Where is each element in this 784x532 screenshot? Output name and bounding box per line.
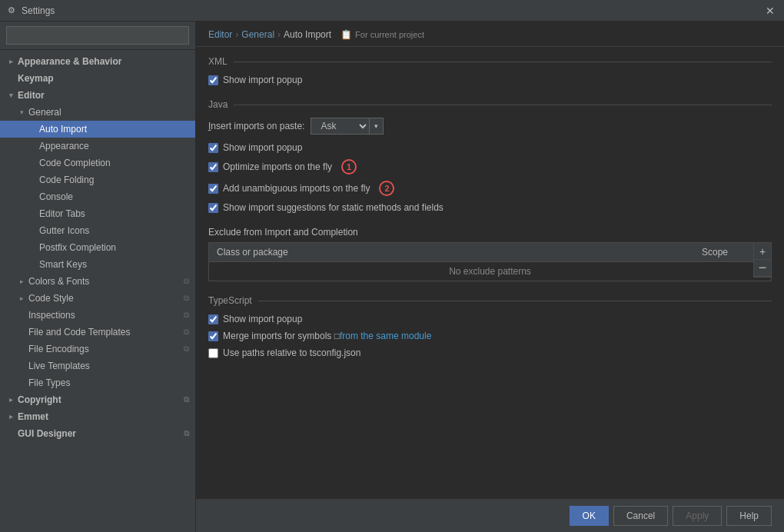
no-patterns-label: No exclude patterns [209,262,771,281]
sidebar-item-code-style[interactable]: Code Style⧉ [0,290,195,307]
arrow-icon-emmet [6,412,15,421]
apply-button[interactable]: Apply [673,506,722,526]
ts-show-import-popup-row: Show import popup [208,314,772,324]
title-bar: ⚙ Settings ✕ [0,0,784,22]
java-optimize-imports-checkbox[interactable] [208,162,218,172]
sidebar-item-copyright[interactable]: Copyright⧉ [0,391,195,408]
breadcrumb-sep-1: › [235,29,238,40]
no-patterns-row: No exclude patterns [209,262,771,281]
sidebar-label-console: Console [39,191,73,202]
arrow-icon-code-style [17,294,26,303]
sidebar-label-smart-keys: Smart Keys [39,259,87,270]
java-section-header: Java [208,99,772,110]
sidebar-label-auto-import: Auto Import [39,124,87,135]
window-title: Settings [22,5,762,16]
remove-pattern-button[interactable]: − [754,260,771,277]
sidebar-label-code-style: Code Style [28,293,74,304]
help-button[interactable]: Help [726,506,772,526]
copy-icon-file-encodings: ⧉ [184,344,189,354]
copy-icon-file-code-templates: ⧉ [184,328,189,337]
ts-show-import-popup-label: Show import popup [223,314,302,324]
exclude-table-wrapper: Class or package Scope No exclude patter… [208,242,772,281]
sidebar-label-live-templates: Live Templates [28,361,90,371]
ts-merge-imports-checkbox[interactable] [208,331,218,341]
close-button[interactable]: ✕ [762,3,778,18]
ts-merge-imports-row: Merge imports for symbols □from the same… [208,331,772,341]
sidebar-item-smart-keys[interactable]: Smart Keys [0,256,195,273]
sidebar-item-code-folding[interactable]: Code Folding [0,171,195,188]
arrow-icon-editor [6,91,15,100]
java-show-import-popup-row: Show import popup [208,142,772,153]
sidebar-item-live-templates[interactable]: Live Templates [0,357,195,374]
sidebar-item-general[interactable]: General [0,104,195,121]
sidebar-label-file-encodings: File Encodings [28,344,89,354]
sidebar-item-file-encodings[interactable]: File Encodings⧉ [0,341,195,357]
sidebar-label-keymap: Keymap [18,73,54,84]
insert-imports-dropdown: Ask Always Never ▾ [311,118,384,135]
ts-show-import-popup-checkbox[interactable] [208,314,218,324]
copy-icon-code-style: ⧉ [184,294,189,303]
java-show-import-popup-label: Show import popup [223,142,302,153]
sidebar-item-gui-designer[interactable]: GUI Designer⧉ [0,425,195,442]
sidebar-item-inspections[interactable]: Inspections⧉ [0,307,195,324]
copy-icon-colors-fonts: ⧉ [184,277,189,286]
sidebar-item-file-code-templates[interactable]: File and Code Templates⧉ [0,324,195,341]
table-actions: + − [753,242,772,278]
sidebar-label-editor-tabs: Editor Tabs [39,208,85,219]
sidebar-item-appearance-behavior[interactable]: Appearance & Behavior [0,53,195,70]
col-class-package: Class or package [209,243,694,262]
typescript-section: TypeScript Show import popup Merge impor… [208,295,772,358]
insert-imports-select[interactable]: Ask Always Never [311,118,370,135]
java-show-import-popup-checkbox[interactable] [208,143,218,153]
breadcrumb-editor[interactable]: Editor [208,29,232,40]
insert-imports-label: Insert imports on paste: [208,121,304,131]
annotation-1: 1 [341,159,357,175]
typescript-label: TypeScript [208,295,252,306]
same-module-link[interactable]: from the same module [340,331,431,341]
java-optimize-imports-row: Optimize imports on the fly 1 [208,159,772,175]
sidebar-item-file-types[interactable]: File Types [0,374,195,391]
sidebar-label-gui-designer: GUI Designer [18,428,76,439]
java-show-suggestions-checkbox[interactable] [208,203,218,213]
sidebar-item-appearance[interactable]: Appearance [0,138,195,155]
copy-icon-inspections: ⧉ [184,311,189,320]
breadcrumb: Editor › General › Auto Import 📋 For cur… [196,22,784,47]
search-input[interactable] [6,26,189,45]
ok-button[interactable]: OK [570,506,609,526]
sidebar-item-keymap[interactable]: Keymap [0,70,195,87]
xml-show-import-popup-row: Show import popup [208,75,772,85]
xml-show-import-popup-checkbox[interactable] [208,75,218,85]
dropdown-arrow-icon[interactable]: ▾ [370,118,384,135]
copy-icon-gui-designer: ⧉ [184,429,189,438]
add-pattern-button[interactable]: + [754,243,771,260]
sidebar-item-emmet[interactable]: Emmet [0,408,195,425]
xml-divider [234,62,772,62]
sidebar-item-colors-fonts[interactable]: Colors & Fonts⧉ [0,273,195,290]
ts-use-paths-row: Use paths relative to tsconfig.json [208,347,772,358]
exclude-label: Exclude from Import and Completion [208,227,772,238]
sidebar-item-auto-import[interactable]: Auto Import [0,121,195,138]
content-body: XML Show import popup Java Insert import… [196,47,784,499]
xml-label: XML [208,56,228,67]
sidebar-item-editor-tabs[interactable]: Editor Tabs [0,205,195,222]
search-box: 🔍 [0,22,195,50]
cancel-button[interactable]: Cancel [613,506,668,526]
ts-use-paths-checkbox[interactable] [208,348,218,358]
sidebar-item-gutter-icons[interactable]: Gutter Icons [0,222,195,239]
exclude-section: Exclude from Import and Completion Class… [208,227,772,281]
sidebar-item-postfix-completion[interactable]: Postfix Completion [0,239,195,256]
sidebar-label-appearance-behavior: Appearance & Behavior [18,56,121,67]
sidebar-label-appearance: Appearance [39,141,89,151]
sidebar-item-console[interactable]: Console [0,188,195,205]
sidebar-item-editor[interactable]: Editor [0,87,195,104]
sidebar-item-code-completion[interactable]: Code Completion [0,155,195,171]
sidebar-label-code-completion: Code Completion [39,158,111,168]
sidebar-label-general: General [28,107,61,118]
insert-imports-row: Insert imports on paste: Ask Always Neve… [208,118,772,135]
xml-show-import-popup-label: Show import popup [223,75,302,85]
ts-merge-imports-label: Merge imports for symbols □from the same… [223,331,431,341]
breadcrumb-general[interactable]: General [241,29,274,40]
java-add-unambiguous-checkbox[interactable] [208,184,218,194]
java-label: Java [208,99,228,110]
annotation-2: 2 [379,181,394,196]
